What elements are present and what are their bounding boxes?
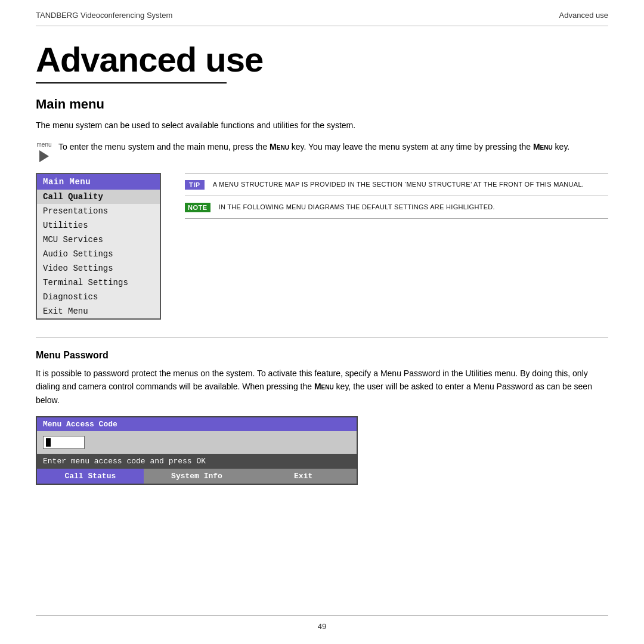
- menu-item-call-quality[interactable]: Call Quality: [37, 190, 160, 204]
- menu-item-audio-settings[interactable]: Audio Settings: [37, 247, 160, 261]
- page-title: Advanced use: [36, 41, 608, 79]
- section-heading-main-menu: Main menu: [36, 97, 608, 112]
- section-description: The menu system can be used to select av…: [36, 119, 608, 132]
- tip-badge: TIP: [185, 180, 205, 190]
- access-code-input[interactable]: [43, 436, 85, 449]
- header-right: Advanced use: [559, 11, 608, 20]
- page: TANDBERG Videoconferencing System Advanc…: [0, 0, 644, 644]
- btn-call-status[interactable]: Call Status: [37, 469, 144, 484]
- menu-item-diagnostics[interactable]: Diagnostics: [37, 290, 160, 304]
- tip-note-area: TIP A menu structure map is provided in …: [185, 173, 608, 219]
- main-menu-box: Main Menu Call Quality Presentations Uti…: [36, 173, 161, 320]
- menu-item-terminal-settings[interactable]: Terminal Settings: [37, 275, 160, 290]
- footer: 49: [36, 615, 608, 631]
- btn-exit[interactable]: Exit: [250, 469, 357, 484]
- content-row: Main Menu Call Quality Presentations Uti…: [36, 173, 608, 320]
- tip-box: TIP A menu structure map is provided in …: [185, 173, 608, 196]
- access-code-title: Menu Access Code: [37, 417, 357, 431]
- menu-icon-container: menu: [36, 141, 52, 165]
- header-left: TANDBERG Videoconferencing System: [36, 11, 172, 20]
- cursor: [46, 438, 51, 447]
- menu-item-utilities[interactable]: Utilities: [37, 218, 160, 233]
- menu-item-presentations[interactable]: Presentations: [37, 204, 160, 218]
- menu-label: menu: [36, 141, 51, 148]
- access-code-box: Menu Access Code Enter menu access code …: [36, 416, 358, 485]
- btn-system-info[interactable]: System Info: [144, 469, 250, 484]
- menu-item-mcu-services[interactable]: MCU Services: [37, 233, 160, 247]
- note-badge: NOTE: [185, 203, 210, 212]
- menu-item-video-settings[interactable]: Video Settings: [37, 261, 160, 275]
- access-code-input-row: [37, 431, 357, 454]
- access-code-buttons: Call Status System Info Exit: [37, 469, 357, 484]
- svg-marker-0: [39, 150, 49, 162]
- menu-box-title: Main Menu: [37, 174, 160, 190]
- menu-instruction-text: To enter the menu system and the main me…: [58, 140, 569, 153]
- header: TANDBERG Videoconferencing System Advanc…: [36, 0, 608, 26]
- section-divider: [36, 338, 608, 338]
- tip-text: A menu structure map is provided in the …: [213, 179, 584, 190]
- note-text: In the following menu diagrams the defau…: [219, 202, 495, 212]
- access-code-prompt: Enter menu access code and press OK: [37, 454, 357, 469]
- page-number: 49: [318, 622, 326, 631]
- title-underline: [36, 82, 227, 83]
- menu-item-exit-menu[interactable]: Exit Menu: [37, 304, 160, 318]
- subsection-password-text: It is possible to password protect the m…: [36, 367, 608, 407]
- note-box: NOTE In the following menu diagrams the …: [185, 196, 608, 219]
- subsection-heading-password: Menu Password: [36, 350, 608, 361]
- menu-arrow-icon: [36, 148, 52, 165]
- menu-icon-row: menu To enter the menu system and the ma…: [36, 140, 608, 165]
